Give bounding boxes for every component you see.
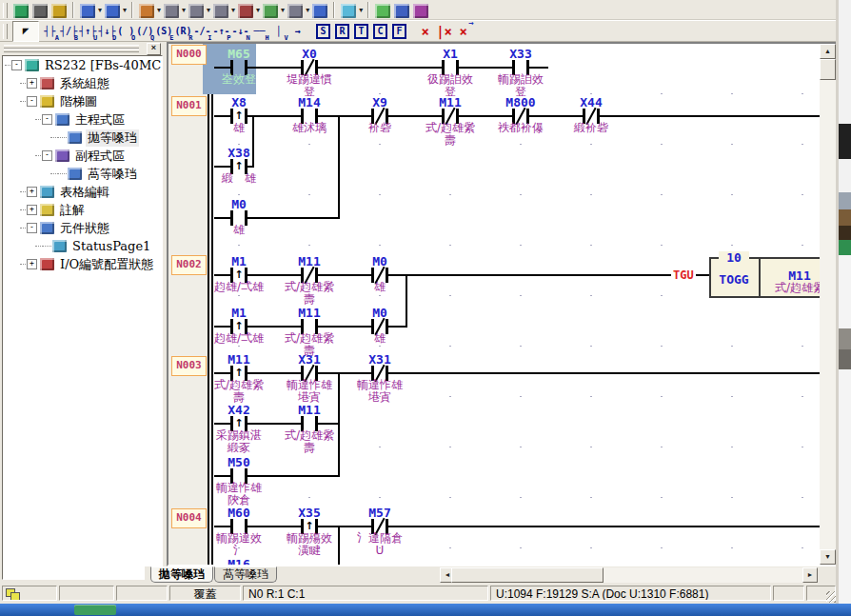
dropdown-arrow-icon[interactable]: ▾ — [359, 7, 363, 14]
vertical-scroll-thumb[interactable] — [820, 59, 836, 80]
function-tool[interactable]: F — [391, 22, 408, 40]
scroll-right-button[interactable]: ► — [802, 567, 818, 583]
tree-item-sub-unit[interactable]: 萵等嗓珰 — [3, 165, 162, 183]
network-label[interactable]: N001 — [171, 96, 207, 116]
device-name[interactable]: M11 — [279, 255, 340, 268]
device-name[interactable]: M16 — [208, 558, 269, 565]
arrow-tool[interactable]: → — [289, 22, 307, 40]
monitor-page-icon[interactable] — [287, 4, 303, 18]
device-name[interactable]: M65 — [208, 48, 269, 61]
device-name[interactable]: M0 — [349, 307, 410, 320]
device-name[interactable]: M0 — [208, 198, 269, 211]
dropdown-arrow-icon[interactable]: ▾ — [98, 7, 102, 14]
device-name[interactable]: M11 — [279, 307, 340, 320]
network-label[interactable]: N002 — [171, 255, 207, 275]
tree-item-statuspage1[interactable]: StatusPage1 — [3, 237, 162, 255]
collapse-icon[interactable]: - — [42, 114, 52, 125]
tree-item-main-unit[interactable]: 拋等嗓珰 — [3, 129, 162, 147]
tree-item-comment[interactable]: +註解 — [3, 201, 162, 219]
monitor-online-icon[interactable] — [213, 4, 228, 18]
page-tab-1[interactable]: 拋等嗓珰 — [150, 566, 213, 583]
vline-tool[interactable]: │V — [270, 22, 287, 40]
network-query-icon[interactable] — [394, 4, 409, 18]
expand-icon[interactable]: + — [27, 205, 37, 215]
network-label[interactable]: N003 — [171, 356, 207, 376]
io-config-icon[interactable] — [13, 4, 29, 18]
coil-not-tool[interactable]: (/)Q — [136, 22, 153, 40]
falling-tool[interactable]: -↓-N — [232, 22, 249, 40]
collapse-icon[interactable]: - — [42, 150, 52, 161]
panel-gripper[interactable] — [4, 49, 139, 52]
device-name[interactable]: X44 — [561, 96, 622, 109]
contact-query-icon[interactable] — [413, 4, 428, 18]
counter-tool[interactable]: C — [372, 22, 389, 40]
device-name[interactable]: M1 — [208, 255, 269, 268]
page-tab-2[interactable]: 萵等嗓珰 — [214, 566, 277, 583]
r-relay-tool[interactable]: R — [334, 22, 351, 40]
monitor-run-icon[interactable] — [164, 4, 179, 18]
device-name[interactable]: X35 — [279, 507, 340, 520]
dropdown-arrow-icon[interactable]: ▾ — [256, 7, 260, 14]
device-name[interactable]: M1 — [208, 307, 269, 320]
dropdown-arrow-icon[interactable]: ▾ — [231, 7, 235, 14]
form-icon[interactable] — [312, 4, 327, 18]
tree-item-system-config[interactable]: +系統組態 — [3, 74, 162, 92]
tree-item-rs232[interactable]: -RS232 [FBs-40MC] — [3, 56, 162, 74]
device-name[interactable]: M60 — [208, 507, 269, 520]
horizontal-scroll-thumb[interactable] — [451, 567, 604, 583]
delete-element-tool[interactable]: ×→ — [455, 22, 472, 40]
scroll-down-button[interactable]: ▼ — [820, 549, 836, 565]
zoom-find-icon[interactable] — [341, 4, 356, 18]
chip-icon[interactable] — [32, 4, 48, 18]
status-query-icon[interactable] — [375, 4, 390, 18]
expand-icon[interactable]: + — [27, 187, 37, 197]
device-name[interactable]: M14 — [279, 96, 340, 109]
device-name[interactable]: M0 — [349, 255, 410, 268]
coil-tool[interactable]: ( )O — [117, 22, 134, 40]
delete-tool[interactable]: × — [417, 22, 434, 40]
tree-item-table-edit[interactable]: +表格編輯 — [3, 183, 162, 201]
network-edit-icon[interactable] — [80, 4, 95, 18]
s-relay-tool[interactable]: S — [315, 22, 332, 40]
network-label[interactable]: N004 — [171, 508, 207, 528]
tree-item-sub-program[interactable]: -副程式區 — [3, 147, 162, 165]
network-label[interactable]: N000 — [171, 45, 207, 65]
device-name[interactable]: X1 — [420, 48, 481, 61]
device-name[interactable]: X38 — [208, 147, 269, 160]
rising-tool[interactable]: -↑-P — [213, 22, 230, 40]
contact-up-tool[interactable]: ┤↑├U — [79, 22, 96, 40]
device-name[interactable]: X0 — [279, 48, 340, 61]
pointer-tool[interactable]: ◤ — [12, 21, 39, 42]
tree-item-io-config[interactable]: +I/O編號配置狀態 — [3, 255, 162, 273]
collapse-icon[interactable]: - — [11, 60, 22, 70]
dropdown-arrow-icon[interactable]: ▾ — [281, 7, 285, 14]
tree-item-component-status[interactable]: -元件狀態 — [3, 219, 162, 237]
dropdown-arrow-icon[interactable]: ▾ — [157, 7, 161, 14]
horizontal-scrollbar[interactable]: ◄ ► — [440, 567, 818, 583]
reset-coil-tool[interactable]: (R)R — [174, 22, 191, 40]
device-name[interactable]: M11 — [420, 96, 481, 109]
vertical-scroll-track[interactable] — [820, 59, 836, 549]
expand-icon[interactable]: + — [27, 78, 37, 89]
edit-pencil-icon[interactable] — [139, 4, 154, 18]
dropdown-arrow-icon[interactable]: ▾ — [123, 7, 127, 14]
dropdown-arrow-icon[interactable]: ▾ — [306, 7, 309, 14]
device-name[interactable]: M11 — [279, 404, 340, 417]
scroll-up-button[interactable]: ▲ — [820, 44, 836, 59]
device-name[interactable]: X31 — [279, 353, 340, 367]
dropdown-arrow-icon[interactable]: ▾ — [182, 7, 186, 14]
contact-a-tool[interactable]: ┤├A — [41, 22, 58, 40]
toolbar-gripper[interactable] — [3, 24, 8, 39]
monitor-stop-icon[interactable] — [188, 4, 204, 18]
invert-tool[interactable]: -/-I — [193, 22, 210, 40]
contact-b-tool[interactable]: ┤/├B — [60, 22, 77, 40]
device-name[interactable]: M57 — [349, 507, 410, 520]
status-list-icon[interactable] — [263, 4, 278, 18]
tree-item-ladder-diagram[interactable]: -階梯圖 — [3, 92, 162, 110]
device-name[interactable]: X8 — [208, 96, 269, 109]
toolbar-gripper[interactable] — [3, 3, 8, 18]
monitor-alarm-icon[interactable] — [238, 4, 253, 18]
close-panel-button[interactable]: × — [147, 43, 161, 55]
device-name[interactable]: X42 — [208, 404, 269, 417]
device-name[interactable]: M800 — [490, 96, 551, 109]
